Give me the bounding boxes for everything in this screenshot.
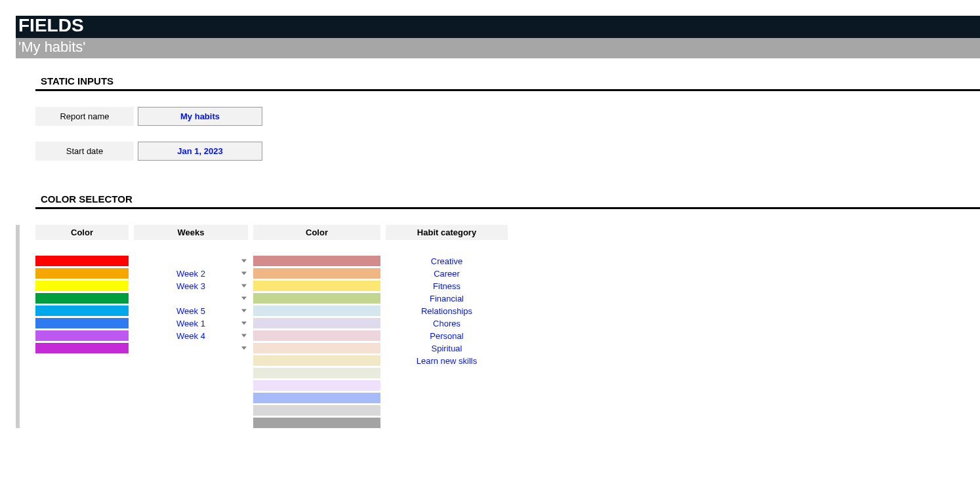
color-swatch[interactable]	[35, 318, 129, 328]
week-dropdown[interactable]: Week 4	[134, 330, 248, 341]
color-selector-heading: COLOR SELECTOR	[41, 193, 980, 205]
color-swatch[interactable]	[253, 306, 380, 316]
week-dropdown[interactable]	[134, 343, 248, 353]
color-swatch[interactable]	[253, 405, 380, 416]
chevron-down-icon	[241, 347, 247, 350]
static-input-row: Report name My habits	[35, 107, 980, 126]
habit-column: CreativeCareerFitnessFinancialRelationsh…	[386, 256, 508, 428]
color-swatch[interactable]	[253, 268, 380, 279]
chevron-down-icon	[241, 272, 247, 275]
section-divider	[35, 89, 980, 91]
color-swatch[interactable]	[253, 418, 380, 428]
week-dropdown[interactable]: Week 1	[134, 318, 248, 328]
week-dropdown[interactable]: Week 3	[134, 281, 248, 291]
chevron-down-icon	[241, 309, 247, 313]
page-title: FIELDS	[16, 16, 980, 38]
color-swatch[interactable]	[253, 330, 380, 341]
color-selector-section: COLOR SELECTOR Color Weeks Color Habit c…	[35, 193, 980, 428]
week-value: Week 5	[176, 306, 205, 316]
static-inputs-heading: STATIC INPUTS	[41, 75, 980, 87]
color-swatch[interactable]	[35, 256, 129, 266]
week-dropdown[interactable]	[134, 256, 248, 266]
habit-category-cell[interactable]: Personal	[386, 330, 508, 341]
habit-category-cell[interactable]: Spiritual	[386, 343, 508, 353]
column-header-weeks: Weeks	[134, 225, 248, 240]
chevron-down-icon	[241, 297, 247, 300]
color-swatch[interactable]	[253, 281, 380, 291]
habit-category-cell[interactable]: Relationships	[386, 306, 508, 316]
color-swatch[interactable]	[253, 355, 380, 366]
week-dropdown[interactable]: Week 2	[134, 268, 248, 279]
page-subtitle: 'My habits'	[16, 38, 980, 59]
section-divider	[35, 207, 980, 209]
week-value: Week 2	[176, 269, 205, 279]
week-dropdown[interactable]: Week 5	[134, 306, 248, 316]
color-swatch[interactable]	[35, 306, 129, 316]
habit-category-cell[interactable]: Creative	[386, 256, 508, 266]
color-swatch[interactable]	[253, 318, 380, 328]
color-swatch[interactable]	[35, 330, 129, 341]
static-inputs-section: STATIC INPUTS Report name My habits Star…	[35, 75, 980, 161]
chevron-down-icon	[241, 334, 247, 338]
color-swatch[interactable]	[253, 256, 380, 266]
week-value: Week 1	[176, 319, 205, 328]
habit-category-cell[interactable]: Fitness	[386, 281, 508, 291]
static-input-row: Start date Jan 1, 2023	[35, 142, 980, 161]
color-swatch[interactable]	[35, 281, 129, 291]
week-value: Week 3	[176, 281, 205, 291]
chevron-down-icon	[241, 285, 247, 288]
color-swatch[interactable]	[35, 268, 129, 279]
habit-category-cell[interactable]: Learn new skills	[386, 355, 508, 366]
color-swatch[interactable]	[253, 343, 380, 353]
vertical-accent-bar	[16, 225, 20, 428]
start-date-label: Start date	[35, 142, 134, 161]
color-swatch[interactable]	[253, 368, 380, 378]
weeks-column: Week 2Week 3Week 5Week 1Week 4	[134, 256, 248, 428]
report-name-input[interactable]: My habits	[138, 107, 262, 126]
week-dropdown[interactable]	[134, 293, 248, 304]
color-swatch[interactable]	[253, 393, 380, 403]
column-header-color-1: Color	[35, 225, 129, 240]
start-date-input[interactable]: Jan 1, 2023	[138, 142, 262, 161]
column-header-color-2: Color	[253, 225, 380, 240]
color-swatch[interactable]	[35, 293, 129, 304]
left-color-column	[35, 256, 129, 428]
habit-category-cell[interactable]: Chores	[386, 318, 508, 328]
week-value: Week 4	[176, 331, 205, 341]
color-swatch[interactable]	[253, 380, 380, 391]
right-color-column	[253, 256, 380, 428]
habit-category-cell[interactable]: Career	[386, 268, 508, 279]
chevron-down-icon	[241, 260, 247, 263]
report-name-label: Report name	[35, 107, 134, 126]
habit-category-cell[interactable]: Financial	[386, 293, 508, 304]
color-swatch[interactable]	[35, 343, 129, 353]
column-header-habit: Habit category	[386, 225, 508, 240]
chevron-down-icon	[241, 322, 247, 325]
color-swatch[interactable]	[253, 293, 380, 304]
